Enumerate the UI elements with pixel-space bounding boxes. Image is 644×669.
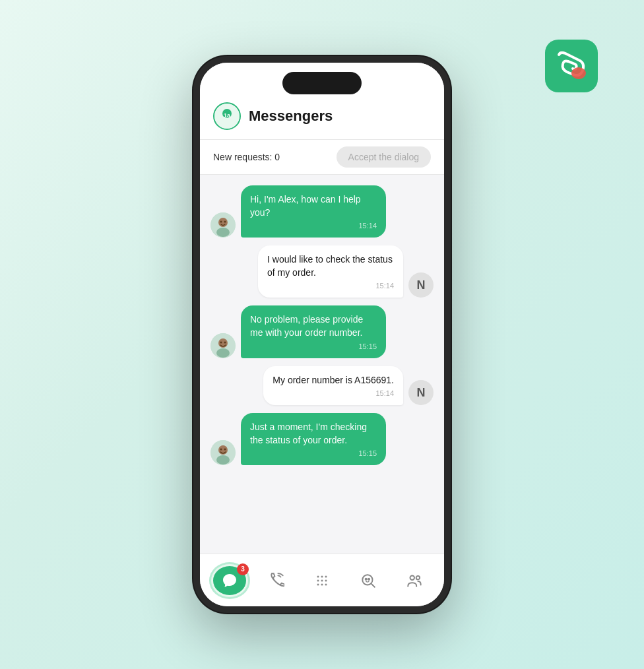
svg-point-16 [216, 455, 230, 464]
agent-bubble: Hi, I'm Alex, how can I help you? 15:14 [241, 185, 386, 238]
svg-point-25 [317, 583, 319, 585]
message-text: My order number is A156691. [273, 374, 394, 387]
messages-area: Hi, I'm Alex, how can I help you? 15:14 … [200, 175, 444, 554]
requests-count: New requests: 0 [213, 152, 280, 162]
svg-point-20 [321, 575, 323, 577]
svg-point-29 [366, 578, 367, 579]
app-logo [545, 40, 598, 92]
message-time: 15:15 [250, 342, 377, 350]
dynamic-island [282, 72, 362, 94]
message-row: Hi, I'm Alex, how can I help you? 15:14 [210, 185, 434, 238]
svg-point-17 [220, 449, 222, 451]
messenger-active-icon: 3 [211, 564, 248, 597]
svg-point-0 [571, 67, 586, 79]
svg-text:1a: 1a [224, 112, 231, 119]
message-text: Just a moment, I'm checking the status o… [250, 421, 377, 447]
message-text: No problem, please provide me with your … [250, 313, 377, 339]
svg-point-31 [410, 575, 415, 580]
message-time: 15:14 [267, 282, 394, 290]
user-avatar: N [408, 380, 434, 405]
message-text: I would like to check the status of my o… [267, 253, 394, 279]
message-row: N I would like to check the status of my… [210, 245, 434, 298]
message-row: No problem, please provide me with your … [210, 305, 434, 358]
svg-point-27 [325, 583, 327, 585]
nav-item-calls[interactable] [259, 564, 292, 597]
svg-point-19 [317, 575, 319, 577]
user-avatar-letter: N [417, 278, 426, 292]
bottom-navigation: 3 [200, 554, 444, 606]
message-time: 15:14 [250, 222, 377, 230]
svg-point-8 [224, 221, 226, 223]
agent-bubble: Just a moment, I'm checking the status o… [241, 413, 386, 465]
agent-avatar [210, 333, 236, 358]
agent-bubble: No problem, please provide me with your … [241, 305, 386, 358]
svg-point-30 [368, 578, 370, 579]
agent-avatar [210, 212, 236, 238]
message-text: Hi, I'm Alex, how can I help you? [250, 193, 377, 219]
svg-point-7 [220, 221, 222, 223]
svg-point-26 [321, 583, 323, 585]
nav-item-search[interactable] [352, 564, 385, 597]
nav-item-dialpad[interactable] [306, 564, 338, 597]
message-time: 15:15 [250, 449, 377, 457]
agent-avatar [210, 440, 236, 465]
accept-dialog-button[interactable]: Accept the dialog [337, 146, 431, 168]
user-bubble: I would like to check the status of my o… [258, 245, 403, 298]
message-row: N My order number is A156691. 15:14 [210, 366, 434, 406]
user-bubble: My order number is A156691. 15:14 [263, 366, 403, 406]
user-avatar-letter: N [417, 386, 426, 400]
svg-point-24 [325, 579, 327, 581]
message-row: Just a moment, I'm checking the status o… [210, 413, 434, 465]
header-avatar: 1a [213, 102, 241, 130]
svg-point-22 [317, 579, 319, 581]
message-time: 15:14 [273, 389, 394, 397]
svg-point-6 [216, 228, 230, 237]
requests-bar: New requests: 0 Accept the dialog [200, 140, 444, 175]
svg-point-12 [220, 341, 222, 343]
header-title: Messengers [249, 108, 333, 125]
messenger-badge: 3 [237, 563, 249, 575]
phone-content: 1a Messengers New requests: 0 Accept the… [200, 63, 444, 606]
svg-point-11 [216, 348, 230, 358]
user-avatar: N [408, 272, 434, 298]
nav-item-contacts[interactable] [398, 564, 431, 597]
nav-item-messenger[interactable]: 3 [213, 564, 246, 597]
svg-point-18 [224, 449, 226, 451]
svg-point-13 [224, 341, 226, 343]
svg-point-23 [321, 579, 323, 581]
phone-frame: 1a Messengers New requests: 0 Accept the… [193, 56, 451, 613]
svg-point-21 [325, 575, 327, 577]
svg-point-32 [416, 575, 420, 579]
